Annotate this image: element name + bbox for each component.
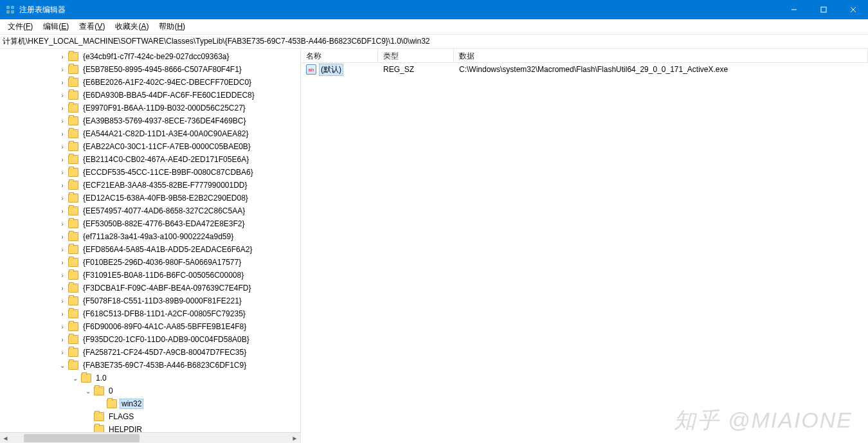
tree-item[interactable]: ›{EE574957-4077-4AD6-8658-327C2C86C5AA} <box>0 204 300 217</box>
expand-icon[interactable]: › <box>58 233 67 240</box>
tree-item-label: {F5078F18-C551-11D3-89B9-0000F81FE221} <box>81 296 244 306</box>
expand-icon[interactable]: › <box>58 208 67 215</box>
close-button[interactable] <box>838 0 868 19</box>
minimize-button[interactable] <box>779 0 809 19</box>
tree-item[interactable]: ›{EA39B853-5769-4937-8ECE-736DE4F469BC} <box>0 114 300 127</box>
expand-icon[interactable]: › <box>58 105 67 112</box>
svg-rect-2 <box>6 10 10 14</box>
menu-e[interactable]: 编辑(E) <box>38 19 74 34</box>
tree-item[interactable]: ›{F618C513-DFB8-11D1-A2CF-00805FC79235} <box>0 307 300 320</box>
tree-item[interactable]: ›{ED12AC15-638A-40FB-9B58-E2B2C290ED08} <box>0 192 300 204</box>
header-data[interactable]: 数据 <box>454 49 868 62</box>
tree-item-label: {ef711a28-3a41-49a3-a100-9002224a9d59} <box>81 231 235 242</box>
tree-item[interactable]: ›{ECCDF535-45CC-11CE-B9BF-0080C87CDBA6} <box>0 166 300 179</box>
tree-item[interactable]: ›{E5B78E50-8995-4945-8666-C507AF80F4F1} <box>0 63 300 76</box>
tree-item[interactable]: ›{EA544A21-C82D-11D1-A3E4-00A0C90AEA82} <box>0 127 300 140</box>
tree-item[interactable]: ›{ef711a28-3a41-49a3-a100-9002224a9d59} <box>0 230 300 243</box>
tree-item-label: {E6BE2026-A1F2-402C-94EC-DBECFF70EDC0} <box>81 77 253 87</box>
tree-item-label: {F010BE25-296D-4036-980F-5A0669A17577} <box>81 257 243 267</box>
expand-icon[interactable]: › <box>58 323 67 330</box>
tree-item[interactable]: ⌄{FAB3E735-69C7-453B-A446-B6823C6DF1C9} <box>0 359 300 372</box>
tree-item-label: 1.0 <box>94 373 109 383</box>
tree-item[interactable]: ›{ECF21EAB-3AA8-4355-82BE-F777990001DD} <box>0 179 300 192</box>
tree-item[interactable]: ›{F3DCBA1F-F09C-4ABF-BE4A-097639C7E4FD} <box>0 282 300 294</box>
titlebar: 注册表编辑器 <box>0 0 868 19</box>
tree-item-label: {EA544A21-C82D-11D1-A3E4-00A0C90AEA82} <box>81 129 251 139</box>
expand-icon[interactable]: › <box>58 246 67 253</box>
expand-icon[interactable]: › <box>58 195 67 202</box>
expand-icon[interactable]: › <box>58 156 67 163</box>
expand-icon[interactable]: › <box>58 349 67 356</box>
tree-item[interactable]: ›{F6D90006-89F0-4A1C-AA85-5BFFE9B1E4F8} <box>0 320 300 333</box>
value-row[interactable]: ab(默认)REG_SZC:\Windows\system32\Macromed… <box>301 63 868 76</box>
expand-icon[interactable]: › <box>58 221 67 228</box>
collapse-icon[interactable]: ⌄ <box>71 375 80 382</box>
tree-item[interactable]: ›{EAB22AC0-30C1-11CF-A7EB-0000C05BAE0B} <box>0 140 300 153</box>
collapse-icon[interactable]: ⌄ <box>58 362 67 369</box>
menu-v[interactable]: 查看(V) <box>74 19 110 34</box>
scroll-right-button[interactable]: ► <box>289 433 300 444</box>
expand-icon[interactable]: › <box>58 66 67 73</box>
expand-icon[interactable]: › <box>58 272 67 279</box>
scroll-left-button[interactable]: ◄ <box>0 433 11 444</box>
tree-item[interactable]: ›{F5078F18-C551-11D3-89B9-0000F81FE221} <box>0 294 300 307</box>
tree-item[interactable]: ›FLAGS <box>0 410 300 423</box>
tree-item[interactable]: ›{F010BE25-296D-4036-980F-5A0669A17577} <box>0 256 300 269</box>
window-title: 注册表编辑器 <box>19 5 66 15</box>
expand-icon[interactable]: › <box>58 336 67 343</box>
tree-item[interactable]: ⌄1.0 <box>0 372 300 384</box>
tree-item[interactable]: ›{EFD856A4-5A85-4A1B-ADD5-2EADACE6F6A2} <box>0 243 300 256</box>
collapse-icon[interactable]: ⌄ <box>84 388 93 395</box>
tree-item[interactable]: ›win32 <box>0 397 300 410</box>
tree-item[interactable]: ›{e34cb9f1-c7f7-424c-be29-027dcc09363a} <box>0 50 300 63</box>
expand-icon[interactable]: › <box>58 143 67 150</box>
expand-icon[interactable]: › <box>58 259 67 266</box>
tree-item[interactable]: ›{F31091E5-B0A8-11D6-B6FC-005056C00008} <box>0 269 300 282</box>
folder-icon <box>68 348 78 357</box>
tree-item[interactable]: ›{EB2114C0-CB02-467A-AE4D-2ED171F05E6A} <box>0 153 300 166</box>
tree-item[interactable]: ›{EF53050B-882E-4776-B643-EDA472E8E3F2} <box>0 217 300 230</box>
address-bar[interactable]: 计算机\HKEY_LOCAL_MACHINE\SOFTWARE\Classes\… <box>0 35 868 49</box>
expand-icon[interactable]: › <box>58 53 67 60</box>
expand-icon[interactable]: › <box>58 285 67 292</box>
tree-item[interactable]: ›{FA258721-CF24-45D7-A9CB-80047D7FEC35} <box>0 346 300 359</box>
expand-icon[interactable]: › <box>58 169 67 176</box>
value-data: C:\Windows\system32\Macromed\Flash\Flash… <box>454 64 868 75</box>
tree-item[interactable]: ›{E9970F91-B6AA-11D9-B032-000D56C25C27} <box>0 102 300 114</box>
tree-item-label: {ED12AC15-638A-40FB-9B58-E2B2C290ED08} <box>81 193 250 203</box>
expand-icon[interactable]: › <box>58 79 67 86</box>
expand-icon[interactable]: › <box>58 182 67 189</box>
folder-icon <box>68 206 78 215</box>
tree-item[interactable]: ›{F935DC20-1CF0-11D0-ADB9-00C04FD58A0B} <box>0 333 300 346</box>
expand-icon[interactable]: › <box>58 92 67 99</box>
tree-item-label: {ECF21EAB-3AA8-4355-82BE-F777990001DD} <box>81 180 249 190</box>
expand-icon[interactable]: › <box>58 311 67 318</box>
folder-icon <box>68 309 78 318</box>
tree-scroll[interactable]: ›{e34cb9f1-c7f7-424c-be29-027dcc09363a}›… <box>0 49 300 432</box>
folder-icon <box>68 116 78 125</box>
expand-icon[interactable]: › <box>58 298 67 305</box>
folder-icon <box>68 335 78 344</box>
menu-f[interactable]: 文件(F) <box>3 19 38 34</box>
expand-icon[interactable]: › <box>58 131 67 138</box>
maximize-button[interactable] <box>809 0 838 19</box>
scroll-thumb[interactable] <box>24 434 140 442</box>
folder-icon <box>68 91 78 100</box>
folder-icon <box>68 129 78 138</box>
list-body[interactable]: ab(默认)REG_SZC:\Windows\system32\Macromed… <box>301 63 868 443</box>
folder-icon <box>68 142 78 151</box>
tree-item-label: {FAB3E735-69C7-453B-A446-B6823C6DF1C9} <box>81 360 248 370</box>
tree-item[interactable]: ›HELPDIR <box>0 423 300 432</box>
menu-a[interactable]: 收藏夹(A) <box>110 19 154 34</box>
tree-item[interactable]: ›{E6DA930B-BBA5-44DF-AC6F-FE60C1EDDEC8} <box>0 89 300 102</box>
expand-icon[interactable]: › <box>58 118 67 125</box>
menu-h[interactable]: 帮助(H) <box>154 19 190 34</box>
tree-item[interactable]: ⌄0 <box>0 384 300 397</box>
folder-icon <box>68 181 78 190</box>
header-type[interactable]: 类型 <box>378 49 454 62</box>
tree-horizontal-scrollbar[interactable]: ◄ ► <box>0 432 300 443</box>
scroll-track[interactable] <box>11 433 289 444</box>
header-name[interactable]: 名称 <box>301 49 378 62</box>
tree-item[interactable]: ›{E6BE2026-A1F2-402C-94EC-DBECFF70EDC0} <box>0 76 300 89</box>
tree-item-label: {F3DCBA1F-F09C-4ABF-BE4A-097639C7E4FD} <box>81 283 253 293</box>
